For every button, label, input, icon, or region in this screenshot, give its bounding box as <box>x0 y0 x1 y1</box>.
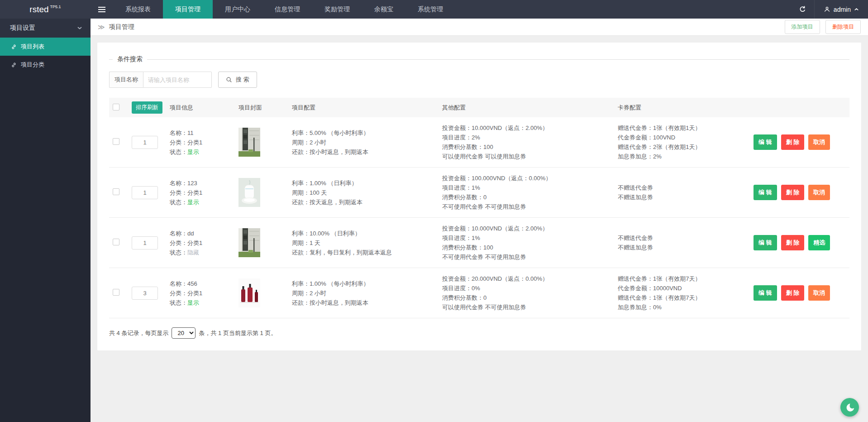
sort-order-input[interactable] <box>132 236 158 249</box>
pagination: 共 4 条记录，每页显示 20 条，共 1 页当前显示第 1 页。 <box>109 327 849 339</box>
sidebar-item-project-category[interactable]: 项目分类 <box>0 56 91 74</box>
nav-item-reward-management[interactable]: 奖励管理 <box>312 0 362 19</box>
sidebar-item-project-list[interactable]: 项目列表 <box>0 38 91 56</box>
condition-search-fieldset: 条件搜索 项目名称 搜 索 <box>109 55 849 98</box>
info-line-status: 状态：显示 <box>170 197 231 207</box>
delete-button[interactable]: 删 除 <box>781 285 805 301</box>
config-line: 不可使用代金券 不可使用加息券 <box>442 202 610 211</box>
config-line: 不赠送加息券 <box>618 192 746 202</box>
search-legend: 条件搜索 <box>113 55 147 63</box>
row-actions-cell: 编 辑删 除取消 <box>750 117 849 168</box>
nav-item-system-reports[interactable]: 系统报表 <box>113 0 163 19</box>
config-line: 周期：100 天 <box>292 188 435 197</box>
config-line: 赠送代金券：1张（有效期1天） <box>618 123 746 133</box>
app-logo: rsted TP5.1 <box>0 0 91 19</box>
config-line: 不可使用代金券 不可使用加息券 <box>442 252 610 262</box>
row-checkbox[interactable] <box>113 289 119 296</box>
sidebar-group-label: 项目设置 <box>10 24 35 32</box>
info-line-category: 分类：分类1 <box>170 238 231 248</box>
cancel-button[interactable]: 取消 <box>808 285 830 301</box>
cancel-button[interactable]: 取消 <box>808 134 830 150</box>
card-config-cell: 不赠送代金券不赠送加息券 <box>614 218 750 268</box>
project-info-cell: 名称：123分类：分类1状态：显示 <box>166 168 235 218</box>
project-row: 名称：456分类：分类1状态：显示利率：1.00% （每小时利率）周期：2 小时… <box>109 268 849 318</box>
config-line: 利率：5.00% （每小时利率） <box>292 128 435 138</box>
card-config-cell: 赠送代金券：1张（有效期1天）代金券金额：100VND赠送代金券：2张（有效期1… <box>614 117 750 168</box>
project-list-panel: 条件搜索 项目名称 搜 索 <box>97 43 861 350</box>
project-config-cell: 利率：10.00% （日利率）周期：1 天还款：复利，每日复利，到期返本返息 <box>288 218 439 268</box>
user-menu[interactable]: admin <box>814 0 868 19</box>
edit-button[interactable]: 编 辑 <box>754 134 777 150</box>
project-name-input[interactable] <box>143 72 212 88</box>
nav-item-project-management[interactable]: 项目管理 <box>163 0 213 19</box>
config-line: 周期：2 小时 <box>292 288 435 298</box>
config-line: 可以使用代金券 可以使用加息券 <box>442 152 610 161</box>
logo-version: TP5.1 <box>50 5 61 9</box>
search-row: 项目名称 搜 索 <box>109 72 849 88</box>
project-cover-cell <box>235 168 288 218</box>
row-checkbox[interactable] <box>113 138 119 145</box>
sidebar: 项目设置 项目列表项目分类 <box>0 19 91 422</box>
pagination-prefix: 共 4 条记录，每页显示 <box>109 329 168 337</box>
config-line: 赠送代金券：1张（有效期7天） <box>618 274 746 283</box>
row-actions-cell: 编 辑删 除精选 <box>750 218 849 268</box>
sort-order-input[interactable] <box>132 186 158 199</box>
user-icon <box>824 6 830 13</box>
config-line: 投资金额：10.000VND（返点：2.00%） <box>442 123 610 133</box>
config-line: 不赠送加息券 <box>618 243 746 252</box>
sort-order-input[interactable] <box>132 287 158 300</box>
sidebar-group-project-settings[interactable]: 项目设置 <box>0 19 91 38</box>
info-line-name: 名称：dd <box>170 229 231 238</box>
config-line: 可以使用代金券 不可使用加息券 <box>442 302 610 312</box>
nav-item-info-management[interactable]: 信息管理 <box>262 0 312 19</box>
info-line-name: 名称：11 <box>170 128 231 138</box>
project-name-label: 项目名称 <box>109 72 143 88</box>
page-title: 项目管理 <box>109 23 134 31</box>
info-line-category: 分类：分类1 <box>170 138 231 147</box>
config-line: 利率：1.00% （日利率） <box>292 178 435 188</box>
info-line-status: 状态：显示 <box>170 147 231 157</box>
project-cover-image <box>238 228 285 257</box>
table-header-row: 排序刷新 项目信息 项目封面 项目配置 其他配置 卡券配置 <box>109 98 849 117</box>
other-config-cell: 投资金额：10.000VND（返点：2.00%）项目进度：1%消费积分基数：10… <box>439 218 614 268</box>
add-project-button[interactable]: 添加项目 <box>785 20 820 34</box>
breadcrumb-icon: ≫ <box>98 23 105 31</box>
config-line: 项目进度：1% <box>442 183 610 192</box>
search-icon <box>226 77 232 83</box>
row-checkbox[interactable] <box>113 239 119 245</box>
config-line: 投资金额：20.000VND（返点：0.00%） <box>442 274 610 283</box>
nav-item-user-center[interactable]: 用户中心 <box>213 0 262 19</box>
breadcrumb: ≫ 项目管理 <box>98 23 134 31</box>
refresh-icon[interactable] <box>792 0 814 19</box>
sort-refresh-button[interactable]: 排序刷新 <box>132 101 162 114</box>
delete-button[interactable]: 删 除 <box>781 235 805 250</box>
delete-project-button[interactable]: 删除项目 <box>825 20 861 34</box>
delete-button[interactable]: 删 除 <box>781 185 805 200</box>
edit-button[interactable]: 编 辑 <box>754 285 777 301</box>
nav-item-yuebao[interactable]: 余额宝 <box>362 0 405 19</box>
logo-text: rsted <box>29 5 48 14</box>
cancel-button[interactable]: 取消 <box>808 185 830 200</box>
menu-toggle-icon[interactable] <box>91 0 113 19</box>
sort-order-input[interactable] <box>132 136 158 149</box>
config-line: 赠送代金券：1张（有效期7天） <box>618 293 746 302</box>
config-line: 代金券金额：100VND <box>618 133 746 142</box>
delete-button[interactable]: 删 除 <box>781 134 805 150</box>
other-config-cell: 投资金额：20.000VND（返点：0.00%）项目进度：0%消费积分基数：0可… <box>439 268 614 318</box>
row-checkbox[interactable] <box>113 188 119 195</box>
col-header-other-config: 其他配置 <box>439 98 614 117</box>
edit-button[interactable]: 编 辑 <box>754 235 777 250</box>
config-line: 还款：按小时返息，到期返本 <box>292 298 435 307</box>
select-all-checkbox[interactable] <box>113 104 119 110</box>
nav-item-system-management[interactable]: 系统管理 <box>405 0 455 19</box>
chat-fab-button[interactable] <box>840 398 859 417</box>
topbar: rsted TP5.1 系统报表项目管理用户中心信息管理奖励管理余额宝系统管理 … <box>0 0 868 19</box>
featured-button[interactable]: 精选 <box>808 235 830 250</box>
page-size-select[interactable]: 20 <box>172 327 196 339</box>
edit-button[interactable]: 编 辑 <box>754 185 777 200</box>
search-button[interactable]: 搜 索 <box>218 72 257 88</box>
config-line: 不赠送代金券 <box>618 233 746 243</box>
chevron-down-icon <box>77 25 82 31</box>
info-line-status: 状态：隐藏 <box>170 248 231 257</box>
link-icon <box>11 44 17 50</box>
